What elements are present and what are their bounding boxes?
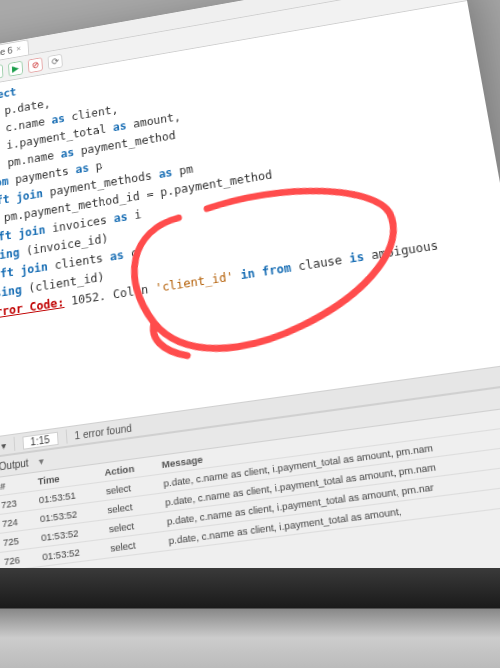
divider <box>13 437 15 451</box>
laptop-bezel <box>0 568 500 668</box>
cursor-position-field[interactable] <box>22 431 58 449</box>
stop-button[interactable]: ⊘ <box>28 57 43 73</box>
execute-cursor-button[interactable]: ▶ <box>8 60 23 76</box>
refresh-button[interactable]: ⟳ <box>47 53 62 69</box>
execute-button[interactable]: ▶ <box>0 64 3 80</box>
stop-icon: ⊘ <box>31 60 39 71</box>
run-cursor-icon: ▶ <box>12 63 20 74</box>
refresh-icon: ⟳ <box>51 56 59 67</box>
zoom-toggle-icon[interactable]: ▾ <box>1 439 6 451</box>
close-tab-icon[interactable]: × <box>16 44 21 53</box>
divider <box>65 429 67 443</box>
chevron-down-icon[interactable]: ▾ <box>38 455 44 467</box>
app-screen: 📄 SQL File 6 × 📂 💾 ▶ ▶ ⊘ ⟳ 1234567891011… <box>0 0 500 667</box>
